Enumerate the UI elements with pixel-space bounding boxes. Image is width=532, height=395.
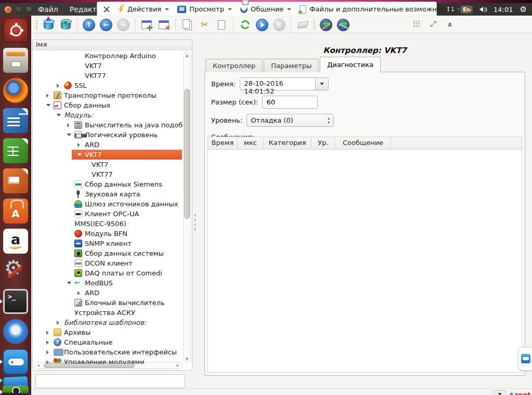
scroll-left-icon[interactable]: ◄ — [37, 363, 40, 367]
file-cabinet-icon[interactable] — [3, 48, 28, 73]
tree-expander[interactable] — [57, 84, 64, 88]
tree-row[interactable]: DCON клиент — [33, 258, 183, 268]
copy-item-button[interactable] — [180, 18, 194, 32]
size-input[interactable] — [262, 96, 318, 109]
tree-row[interactable]: Звуковая карта — [33, 189, 183, 199]
actions-menu[interactable]: Действия — [118, 5, 169, 14]
tree-expander[interactable] — [57, 321, 64, 325]
go-back-button[interactable]: ← — [99, 18, 113, 32]
tree-row[interactable]: Модуль BFN — [33, 229, 183, 239]
tree-expander[interactable] — [67, 134, 74, 136]
clean-button[interactable] — [296, 18, 309, 32]
tree-row[interactable]: SSL — [33, 81, 183, 90]
speaker-icon[interactable]: )) — [479, 7, 487, 12]
clock[interactable]: 14:01 — [494, 6, 513, 14]
time-dropdown-button[interactable] — [315, 77, 329, 90]
tree-header[interactable]: Імя — [33, 40, 192, 50]
tree-row[interactable]: Устройства АСКУ — [33, 308, 183, 318]
tree-row[interactable]: Архивы — [33, 327, 183, 337]
tree-row[interactable]: VKT77 — [33, 71, 183, 81]
chromium-icon[interactable] — [3, 319, 28, 344]
status-combo-button[interactable] — [494, 390, 505, 395]
column-header[interactable]: Время — [208, 137, 238, 149]
level-spinbox[interactable]: Отладка (0) ▴▾ — [246, 114, 334, 127]
teamviewer-icon[interactable] — [3, 349, 28, 374]
window-maximize-button[interactable] — [25, 6, 33, 14]
tree-expander[interactable] — [46, 350, 54, 354]
tree-row[interactable]: ARD — [33, 288, 183, 298]
tree-row[interactable]: VKT7 — [33, 150, 183, 160]
app-stack-dark-icon[interactable] — [3, 392, 29, 395]
teamviewer-side-handle[interactable] — [518, 347, 532, 371]
tree-expander[interactable] — [67, 282, 74, 284]
amazon-icon[interactable] — [3, 229, 28, 254]
tree-search-input[interactable] — [35, 374, 185, 388]
scroll-down-icon[interactable]: ▼ — [184, 357, 190, 361]
collapse-toolbar-button[interactable]: ∧ — [443, 17, 457, 31]
tree-row[interactable]: Библиотека шаблонов: — [33, 318, 183, 327]
smiley-icon[interactable] — [466, 5, 467, 14]
window-close-button[interactable] — [4, 6, 12, 14]
system-settings-icon[interactable] — [3, 259, 28, 284]
tree-expander[interactable] — [46, 94, 54, 98]
tree-row[interactable]: Блочный вычислитель — [33, 298, 183, 308]
software-center-icon[interactable] — [3, 199, 28, 223]
window-minimize-button[interactable] — [15, 6, 22, 14]
communication-menu[interactable]: Общение — [240, 5, 291, 13]
tree-expander[interactable] — [77, 153, 85, 156]
libreoffice-calc-icon[interactable] — [3, 138, 28, 163]
add-item-button[interactable] — [140, 18, 153, 32]
menu-file[interactable]: Файл — [38, 5, 58, 14]
tree-expander[interactable] — [67, 123, 74, 127]
start-button[interactable] — [255, 18, 269, 32]
tree-row[interactable]: VKT77 — [33, 169, 183, 179]
delete-item-button[interactable] — [157, 18, 171, 32]
libreoffice-writer-icon[interactable] — [3, 108, 28, 133]
libreoffice-impress-icon[interactable] — [3, 168, 28, 193]
terminal-icon[interactable] — [3, 289, 28, 314]
tab-diagnostics[interactable]: Диагностика — [320, 57, 381, 72]
tree-expander[interactable] — [46, 331, 54, 335]
tree-expander[interactable] — [57, 114, 64, 116]
firefox-icon[interactable] — [3, 78, 28, 103]
column-header[interactable]: Ур. — [312, 137, 335, 149]
session-gear-icon[interactable]: ⚙ — [520, 6, 527, 14]
tree-row[interactable]: Сбор данных Siemens — [33, 179, 183, 189]
tree-row[interactable]: Логический уровень — [33, 130, 183, 140]
paste-item-button[interactable] — [215, 18, 228, 32]
time-value[interactable]: 28-10-2016 14:01:52 — [240, 77, 315, 90]
instrument-button-1[interactable] — [319, 18, 333, 32]
view-menu[interactable]: Просмотр — [177, 5, 232, 13]
toolbar-grip[interactable] — [313, 20, 316, 30]
tree-row[interactable]: SNMP клиент — [33, 239, 183, 248]
load-from-db-button[interactable] — [42, 18, 55, 32]
tab-parameters[interactable]: Параметры — [264, 59, 319, 72]
tree-row[interactable]: Сбор данных системы — [33, 248, 183, 258]
tree-row[interactable]: Специальные — [33, 337, 183, 347]
instrument-button-2[interactable] — [336, 18, 350, 32]
go-up-button[interactable]: ↑ — [82, 18, 96, 32]
tile-grid-button[interactable] — [410, 17, 423, 31]
scroll-right-icon[interactable]: ► — [177, 363, 179, 367]
tree-row[interactable]: Шлюз источников данных — [33, 199, 183, 209]
refresh-button[interactable] — [238, 18, 252, 32]
close-icon[interactable]: ✕ — [102, 4, 111, 15]
tree-row[interactable]: Модуль: — [33, 110, 183, 120]
tree-expander[interactable] — [46, 360, 54, 364]
tree-expander[interactable] — [46, 104, 54, 107]
cut-item-button[interactable]: ✂ — [198, 18, 211, 32]
time-combo[interactable]: 28-10-2016 14:01:52 — [240, 77, 329, 90]
tree-row[interactable]: MMS(IEC-9506) — [33, 219, 183, 229]
tree-row[interactable]: Транспортные протоколы — [33, 90, 183, 100]
files-extra-menu[interactable]: Файлы и дополнительные возможности — [300, 5, 461, 14]
tab-controller[interactable]: Контроллер — [205, 59, 263, 72]
tree-row[interactable]: VKT7 — [33, 160, 183, 169]
tree-row[interactable]: ARD — [33, 140, 183, 150]
toolbar-grip[interactable] — [35, 20, 38, 30]
tree-row[interactable]: DAQ платы от Comedi — [33, 268, 183, 278]
ubuntu-dash-icon[interactable] — [3, 18, 28, 43]
tree-row[interactable]: Сбор данных — [33, 100, 183, 110]
tree-row[interactable]: VKT7 — [33, 61, 183, 71]
column-header[interactable]: Сообщение — [335, 137, 391, 149]
save-to-db-button[interactable] — [59, 18, 72, 32]
